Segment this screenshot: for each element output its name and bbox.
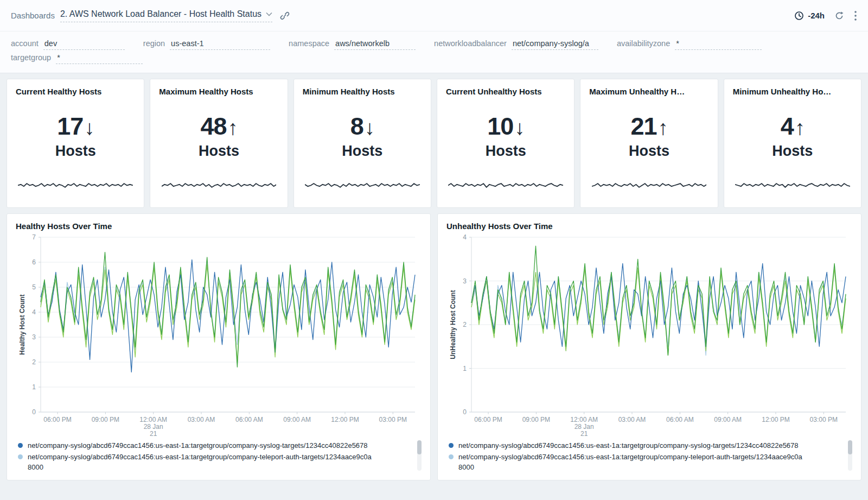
svg-text:06:00 PM: 06:00 PM xyxy=(43,416,71,423)
sparkline xyxy=(735,181,850,191)
svg-text:03:00 AM: 03:00 AM xyxy=(618,416,646,423)
stat-value: 21↑ xyxy=(589,112,709,141)
legend-color-dot xyxy=(449,443,454,448)
filter-availabilityzone: availabilityzone * xyxy=(617,39,762,50)
svg-text:4: 4 xyxy=(463,233,467,241)
page-title: 2. AWS Network Load Balancer - Host Heal… xyxy=(60,9,261,19)
svg-text:5: 5 xyxy=(32,283,36,291)
refresh-icon[interactable] xyxy=(834,11,844,21)
chart-panel-healthy: Healthy Hosts Over Time 0123456706:00 PM… xyxy=(7,213,431,480)
svg-text:21: 21 xyxy=(580,430,588,438)
legend-item[interactable]: net/company-syslog/abcd6749ccac1456:us-e… xyxy=(446,440,843,451)
top-bar: Dashboards 2. AWS Network Load Balancer … xyxy=(0,0,868,31)
stat-title: Maximum Unhealthy H… xyxy=(589,87,709,96)
stat-panels-row: Current Healthy Hosts 17↓ Hosts Maximum … xyxy=(7,79,861,208)
filter-namespace: namespace aws/networkelb xyxy=(289,39,416,50)
stat-value: 8↓ xyxy=(303,112,422,141)
filter-namespace-value[interactable]: aws/networkelb xyxy=(334,39,416,50)
dashboard-title-dropdown[interactable]: 2. AWS Network Load Balancer - Host Heal… xyxy=(60,9,272,22)
svg-text:28 Jan: 28 Jan xyxy=(575,423,594,431)
svg-text:2: 2 xyxy=(32,358,36,366)
dashboard-content: Current Healthy Hosts 17↓ Hosts Maximum … xyxy=(0,73,868,486)
legend-color-dot xyxy=(18,454,23,459)
stat-title: Current Healthy Hosts xyxy=(16,87,135,96)
healthy-hosts-chart[interactable]: 0123456706:00 PM09:00 PM12:00 AM28 Jan21… xyxy=(16,233,422,438)
breadcrumb-dashboards[interactable]: Dashboards xyxy=(11,11,55,20)
svg-text:UnHealthy Host Count: UnHealthy Host Count xyxy=(449,290,457,359)
chevron-down-icon xyxy=(266,12,272,16)
filter-bar: account dev region us-east-1 namespace a… xyxy=(0,31,868,73)
stat-unit: Hosts xyxy=(446,143,565,160)
time-range-label: -24h xyxy=(808,11,825,20)
chart-legend: net/company-syslog/abcd6749ccac1456:us-e… xyxy=(446,439,852,473)
filter-networkloadbalancer-value[interactable]: net/company-syslog/a xyxy=(512,39,598,50)
stat-panel-current-healthy[interactable]: Current Healthy Hosts 17↓ Hosts xyxy=(7,79,144,208)
filter-availabilityzone-label: availabilityzone xyxy=(617,39,670,48)
svg-text:12:00 PM: 12:00 PM xyxy=(331,416,359,423)
stat-value: 17↓ xyxy=(16,112,135,141)
svg-text:3: 3 xyxy=(463,277,467,285)
time-range-control[interactable]: -24h xyxy=(794,11,825,21)
svg-text:28 Jan: 28 Jan xyxy=(144,423,163,431)
legend-label: net/company-syslog/abcd6749ccac1456:us-e… xyxy=(28,440,368,451)
sparkline xyxy=(592,181,707,191)
stat-panel-max-unhealthy[interactable]: Maximum Unhealthy H… 21↑ Hosts xyxy=(580,79,718,208)
svg-text:09:00 PM: 09:00 PM xyxy=(522,416,550,423)
svg-text:12:00 PM: 12:00 PM xyxy=(762,416,789,423)
stat-panel-min-healthy[interactable]: Minimum Healthy Hosts 8↓ Hosts xyxy=(293,79,431,208)
trend-down-icon: ↓ xyxy=(514,116,524,139)
clock-icon xyxy=(794,11,804,21)
stat-panel-max-healthy[interactable]: Maximum Healthy Hosts 48↑ Hosts xyxy=(150,79,288,208)
stat-panel-min-unhealthy[interactable]: Minimum Unhealthy Ho… 4↑ Hosts xyxy=(724,79,861,208)
unhealthy-hosts-chart[interactable]: 0123406:00 PM09:00 PM12:00 AM28 Jan2103:… xyxy=(446,233,852,438)
share-link-icon[interactable] xyxy=(280,11,290,21)
stat-unit: Hosts xyxy=(159,143,278,160)
legend-scrollbar[interactable] xyxy=(848,440,852,471)
chart-title: Unhealthy Hosts Over Time xyxy=(446,221,852,231)
legend-item[interactable]: net/company-syslog/abcd6749ccac1456:us-e… xyxy=(16,440,412,451)
svg-text:1: 1 xyxy=(32,383,36,391)
filter-targetgroup: targetgroup * xyxy=(11,53,143,64)
legend-item[interactable]: net/company-syslog/abcd6749ccac1456:us-e… xyxy=(16,452,412,472)
svg-text:4: 4 xyxy=(32,308,36,316)
svg-text:06:00 AM: 06:00 AM xyxy=(235,416,263,423)
svg-text:0: 0 xyxy=(32,408,36,416)
legend-item[interactable]: net/company-syslog/abcd6749ccac1456:us-e… xyxy=(446,452,843,472)
legend-scrollbar-thumb[interactable] xyxy=(417,440,422,454)
stat-title: Minimum Unhealthy Ho… xyxy=(733,87,852,96)
filter-availabilityzone-value[interactable]: * xyxy=(675,39,762,50)
trend-up-icon: ↑ xyxy=(795,116,805,139)
legend-scrollbar-thumb[interactable] xyxy=(848,440,852,454)
stat-unit: Hosts xyxy=(303,143,422,160)
svg-text:03:00 PM: 03:00 PM xyxy=(810,416,838,423)
stat-title: Current Unhealthy Hosts xyxy=(446,87,565,96)
svg-text:12:00 AM: 12:00 AM xyxy=(139,416,167,423)
filter-namespace-label: namespace xyxy=(289,39,329,48)
filter-region-value[interactable]: us-east-1 xyxy=(170,39,270,50)
svg-text:03:00 PM: 03:00 PM xyxy=(379,416,407,423)
svg-text:09:00 AM: 09:00 AM xyxy=(283,416,311,423)
filter-region-label: region xyxy=(143,39,165,48)
chart-legend: net/company-syslog/abcd6749ccac1456:us-e… xyxy=(16,439,422,473)
chart-title: Healthy Hosts Over Time xyxy=(16,221,422,231)
stat-value: 48↑ xyxy=(159,112,278,141)
legend-label: net/company-syslog/abcd6749ccac1456:us-e… xyxy=(458,452,806,472)
chart-panel-unhealthy: Unhealthy Hosts Over Time 0123406:00 PM0… xyxy=(437,213,861,480)
trend-down-icon: ↓ xyxy=(365,116,374,139)
stat-value: 10↓ xyxy=(446,112,565,141)
svg-text:Healthy Host Count: Healthy Host Count xyxy=(18,294,26,355)
svg-text:7: 7 xyxy=(32,233,36,241)
stat-unit: Hosts xyxy=(733,143,852,160)
filter-account-value[interactable]: dev xyxy=(43,39,125,50)
filter-targetgroup-value[interactable]: * xyxy=(56,53,143,64)
svg-text:03:00 AM: 03:00 AM xyxy=(188,416,215,423)
stat-panel-current-unhealthy[interactable]: Current Unhealthy Hosts 10↓ Hosts xyxy=(437,79,575,208)
filter-networkloadbalancer-label: networkloadbalancer xyxy=(434,39,507,48)
stat-value: 4↑ xyxy=(733,112,852,141)
legend-scrollbar[interactable] xyxy=(417,440,422,471)
legend-color-dot xyxy=(18,443,23,448)
trend-up-icon: ↑ xyxy=(658,116,668,139)
svg-text:06:00 PM: 06:00 PM xyxy=(474,416,502,423)
kebab-menu-icon[interactable] xyxy=(854,10,857,21)
stat-unit: Hosts xyxy=(589,143,709,160)
